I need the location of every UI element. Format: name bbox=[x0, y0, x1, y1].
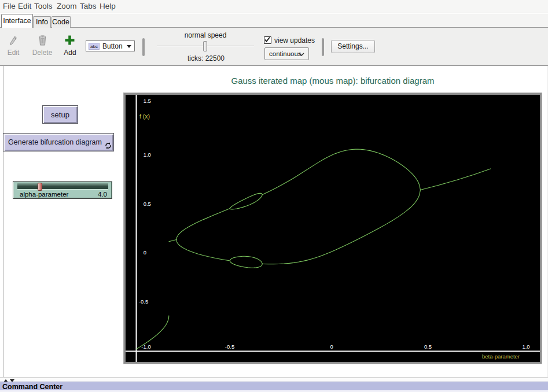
x-tick-label--0.5: -0.5 bbox=[212, 343, 247, 350]
toolbar-separator-2 bbox=[322, 38, 324, 56]
curve-period4-lower-oval-a bbox=[230, 261, 262, 268]
x-tick-label-0.5: 0.5 bbox=[411, 343, 446, 350]
forever-loop-icon bbox=[105, 142, 112, 149]
edit-tool-label[interactable]: Edit bbox=[2, 49, 25, 57]
setup-button-label: setup bbox=[51, 110, 69, 119]
curve-period2-lower-right bbox=[263, 190, 421, 264]
y-tick-label--0.5: -0.5 bbox=[139, 298, 148, 305]
toolbar-separator bbox=[142, 38, 145, 56]
x-tick-label--1.0: -1.0 bbox=[129, 343, 164, 350]
menu-file[interactable]: File bbox=[3, 2, 16, 10]
curve-period4-upper-oval-a bbox=[230, 194, 262, 209]
view-updates-checkbox[interactable] bbox=[264, 36, 271, 44]
curve-period4-lower-oval-b bbox=[230, 256, 262, 264]
delete-tool-label[interactable]: Delete bbox=[31, 49, 54, 57]
slider-channel[interactable] bbox=[17, 183, 108, 190]
curve-fixed-point-tail bbox=[169, 239, 176, 241]
y-tick-label-1.5: 1.5 bbox=[144, 98, 151, 105]
tab-code[interactable]: Code bbox=[52, 16, 71, 28]
generate-bifurcation-diagram-button[interactable]: Generate bifurcation diagram bbox=[3, 133, 114, 151]
dropdown-caret-icon bbox=[127, 45, 131, 48]
menu-edit[interactable]: Edit bbox=[18, 2, 31, 10]
canvas-left-border bbox=[3, 66, 3, 378]
y-tick-label-0: 0 bbox=[144, 249, 146, 256]
plot-x-axis bbox=[126, 351, 540, 352]
checkmark-icon bbox=[264, 36, 271, 43]
interface-canvas: setup Generate bifurcation diagram alpha… bbox=[0, 66, 548, 378]
alpha-parameter-slider[interactable]: alpha-parameter 4.0 bbox=[13, 181, 112, 199]
alpha-slider-label: alpha-parameter bbox=[20, 191, 68, 198]
y-tick-label-1.0: 1.0 bbox=[144, 151, 151, 158]
add-tool-label[interactable]: Add bbox=[58, 49, 82, 57]
widget-type-dropdown[interactable]: abc Button bbox=[86, 40, 135, 51]
slider-handle[interactable] bbox=[38, 183, 42, 191]
plot-border: 1.51.00.50-0.5-1.0-0.500.51.0f (x)beta-p… bbox=[124, 93, 542, 364]
plot-area: 1.51.00.50-0.5-1.0-0.500.51.0f (x)beta-p… bbox=[126, 95, 540, 362]
netlogo-window: {"window":{"width":947,"height":678,"app… bbox=[0, 0, 548, 392]
tab-info[interactable]: Info bbox=[33, 16, 51, 28]
edit-pencil-icon[interactable] bbox=[9, 35, 18, 46]
button-widget-icon: abc bbox=[89, 43, 100, 50]
ticks-counter: ticks: 22500 bbox=[168, 54, 244, 62]
command-center-title: Command Center bbox=[2, 383, 62, 391]
update-mode-value: continuous bbox=[269, 50, 301, 57]
delete-trash-icon[interactable] bbox=[38, 35, 47, 46]
canvas-right-border bbox=[547, 66, 547, 378]
command-center-bar[interactable]: Command Center bbox=[0, 382, 548, 390]
update-mode-dropdown[interactable]: continuous bbox=[264, 47, 309, 60]
curve-period2-upper-right bbox=[263, 149, 421, 194]
tab-strip: Interface Info Code bbox=[0, 14, 548, 28]
y-axis-name: f (x) bbox=[139, 113, 150, 120]
y-tick-label-0.5: 0.5 bbox=[144, 201, 151, 208]
speed-slider-label: normal speed bbox=[168, 31, 243, 39]
setup-button[interactable]: setup bbox=[42, 105, 78, 124]
speed-slider-thumb[interactable] bbox=[203, 41, 207, 51]
menu-zoom[interactable]: Zoom bbox=[57, 2, 77, 10]
settings-button[interactable]: Settings... bbox=[331, 40, 375, 53]
x-tick-label-1.0: 1.0 bbox=[509, 343, 540, 350]
curve-period2-upper-left bbox=[176, 209, 230, 240]
add-plus-icon[interactable] bbox=[65, 35, 75, 45]
curve-fixed-point-right bbox=[420, 169, 490, 190]
curve-period2-lower-left bbox=[176, 239, 230, 260]
view-updates-label[interactable]: view updates bbox=[274, 36, 315, 45]
menu-tabs[interactable]: Tabs bbox=[80, 2, 97, 10]
plot-title-note: Gauss iterated map (mous map): bifurcati… bbox=[124, 76, 542, 86]
menu-bar: File Edit Tools Zoom Tabs Help bbox=[0, 0, 548, 13]
command-center-splitter[interactable] bbox=[0, 378, 548, 382]
tab-interface[interactable]: Interface bbox=[1, 14, 33, 28]
dropdown-chevron-icon bbox=[299, 53, 304, 56]
plot-y-axis bbox=[136, 95, 137, 362]
menu-tools[interactable]: Tools bbox=[34, 2, 53, 10]
bifurcation-plot: 1.51.00.50-0.5-1.0-0.500.51.0f (x)beta-p… bbox=[123, 93, 542, 364]
generate-button-label: Generate bifurcation diagram bbox=[8, 138, 102, 146]
bifurcation-svg bbox=[126, 95, 540, 362]
alpha-slider-value: 4.0 bbox=[98, 191, 107, 198]
x-axis-name: beta-parameter bbox=[456, 353, 520, 360]
widget-type-value: Button bbox=[102, 42, 123, 50]
toolbar: Edit Delete Add abc Button normal speed … bbox=[0, 28, 548, 66]
menu-help[interactable]: Help bbox=[100, 2, 116, 10]
x-tick-label-0: 0 bbox=[314, 343, 349, 350]
